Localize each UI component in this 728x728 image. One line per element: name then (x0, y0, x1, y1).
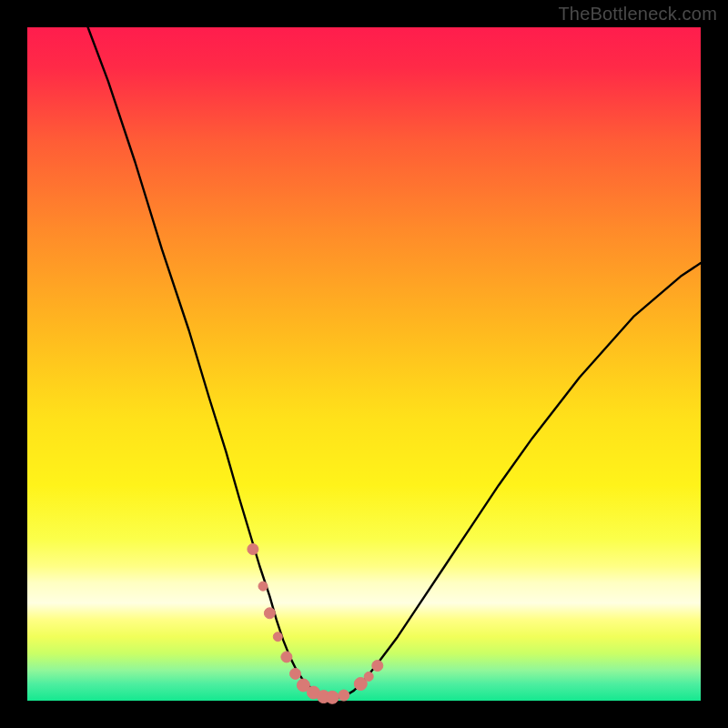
curve-marker (364, 672, 373, 681)
bottleneck-curve (88, 27, 701, 698)
curve-marker (273, 632, 282, 642)
curve-marker (281, 652, 292, 662)
curve-marker (264, 608, 275, 619)
watermark-text: TheBottleneck.com (558, 4, 717, 25)
curve-marker (290, 668, 301, 679)
curve-markers (248, 544, 383, 704)
curve-marker (248, 544, 258, 555)
curve-marker (258, 581, 268, 591)
curve-marker (326, 691, 339, 703)
chart-frame: TheBottleneck.com (0, 0, 728, 728)
curve-marker (372, 661, 383, 672)
chart-svg (27, 27, 701, 701)
curve-marker (339, 690, 349, 701)
